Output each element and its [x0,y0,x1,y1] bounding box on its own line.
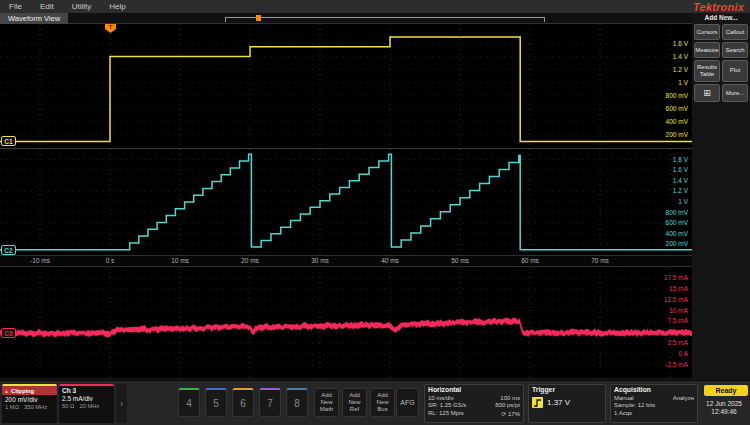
cursors-button[interactable]: Cursors [694,24,720,40]
channel-indicator-c3[interactable]: C3 [1,328,16,338]
settings-bar: ▲ Clipping 200 mV/div 1 MΩ 350 MHz Ch 3 … [0,380,750,425]
horizontal-resolution: 800 ps/pt [495,402,520,408]
y-axis-label-c2: 1.6 V [673,166,689,173]
compress-icon: ⟳ [501,411,506,417]
y-axis-label-c1: 200 mV [666,131,689,138]
acquisition-count: 1 Acqs [614,410,632,416]
y-axis-label-c3: 17.5 mA [664,274,689,281]
ready-status-badge: Ready [704,385,748,396]
y-axis-label-c1: 1.2 V [673,66,689,73]
add-new-buttons: Add New MathAdd New RefAdd New Bus [314,388,395,417]
waveform-view[interactable]: -10 ms0 s10 ms20 ms30 ms40 ms50 ms60 ms7… [0,24,692,378]
channel5-button[interactable]: 5 [205,388,227,417]
channel4-button[interactable]: 4 [178,388,200,417]
channel-indicator-c1[interactable]: C1 [1,136,16,146]
y-axis-label-c3: 7.5 mA [667,317,688,324]
x-tick-label: 60 ms [521,257,539,264]
x-tick-label: 50 ms [451,257,469,264]
horizontal-sample-rate: SR: 1.25 GS/s [428,402,466,408]
y-axis-label-c3: 12.5 mA [664,296,689,303]
datetime: 12 Jun 2025 12:49:46 [700,400,748,417]
slice-c3[interactable]: 17.5 mA15 mA12.5 mA10 mA7.5 mA5 mA2.5 mA… [0,267,692,378]
afg-button[interactable]: AFG [396,388,419,417]
menu-bar: FileEditUtilityHelp Tektronix [0,0,750,13]
y-axis-label-c1: 1.6 V [673,40,689,47]
warning-icon: ▲ [4,388,9,394]
add-new-header: Add New... [694,14,748,21]
waveform-view-tab[interactable]: Waveform View [0,13,68,24]
plot-button[interactable]: Plot [722,60,748,82]
horizontal-title: Horizontal [428,386,520,393]
x-tick-label: 20 ms [241,257,259,264]
y-axis-label-c3: 15 mA [669,285,688,292]
clipping-warning: ▲ Clipping [2,386,57,395]
y-axis-label-c2: 600 mV [666,219,689,226]
x-tick-label: 70 ms [591,257,609,264]
menu-items: FileEditUtilityHelp [0,0,135,13]
menu-edit[interactable]: Edit [31,0,63,13]
trace-c3 [0,318,692,337]
y-axis-label-c1: 1.4 V [673,53,689,60]
horizontal-scale: 10 ms/div [428,395,454,401]
y-axis-label-c3: 0 A [679,350,689,357]
y-axis-label-c2: 400 mV [666,230,689,237]
trigger-badge[interactable]: Trigger 1.37 V [528,384,606,423]
channel-indicator-c2[interactable]: C2 [1,245,16,255]
sidebar-buttons: CursorsCalloutMeasureSearchResults Table… [694,24,748,102]
add-new-ref-button[interactable]: Add New Ref [342,388,367,417]
x-tick-label: -10 ms [30,257,50,264]
keypad-button[interactable]: ⊞ [694,84,720,102]
time-label: 12:49:46 [700,408,748,416]
channel-buttons: 45678 [178,388,308,417]
add-new-math-button[interactable]: Add New Math [314,388,339,417]
channel1-bandwidth: 350 MHz [24,404,47,410]
channel3-bandwidth: 20 MHz [79,403,99,409]
acquisition-title: Acquisition [614,386,694,393]
add-new-bus-button[interactable]: Add New Bus [370,388,395,417]
y-axis-label-c3: 10 mA [669,307,688,314]
trigger-source-icon [532,397,543,408]
y-axis-label-c2: 1 V [678,198,688,205]
channel3-termination: 50 Ω [62,403,74,409]
channel3-badge[interactable]: Ch 3 2.5 mA/div 50 Ω 20 MHz [59,384,114,423]
trigger-level: 1.37 V [547,398,570,407]
tab-strip: Waveform View [0,13,692,24]
callout-button[interactable]: Callout [722,24,748,40]
y-axis-label-c3: -2.5 mA [665,361,688,368]
menu-file[interactable]: File [0,0,31,13]
channel8-button[interactable]: 8 [286,388,308,417]
acquisition-analyze: Analyze [673,395,694,401]
menu-help[interactable]: Help [100,0,134,13]
search-button[interactable]: Search [722,42,748,58]
slice-c2[interactable]: 1.8 V1.6 V1.4 V1.2 V1 V800 mV600 mV400 m… [0,149,692,255]
right-panel: Add New... CursorsCalloutMeasureSearchRe… [694,14,748,102]
y-axis-label-c1: 400 mV [666,118,689,125]
horizontal-badge[interactable]: Horizontal 10 ms/div 100 ms SR: 1.25 GS/… [424,384,524,423]
channel7-button[interactable]: 7 [259,388,281,417]
channel3-name: Ch 3 [59,386,114,394]
x-tick-label: 30 ms [311,257,329,264]
measure-button[interactable]: Measure [694,42,720,58]
more-button[interactable]: More... [722,84,748,102]
x-tick-label: 40 ms [381,257,399,264]
badge-scroll-chevron[interactable]: › [116,384,127,423]
acquisition-sample: Sample: 12 bits [614,402,655,408]
horizontal-record-length: RL: 125 Mpts [428,410,464,417]
y-axis-label-c1: 1 V [678,79,688,86]
y-axis-label-c2: 1.2 V [673,187,689,194]
y-axis-label-c1: 600 mV [666,105,689,112]
menu-utility[interactable]: Utility [63,0,101,13]
channel6-button[interactable]: 6 [232,388,254,417]
record-view-trigger-marker [256,15,261,21]
keypad-icon: ⊞ [703,88,711,98]
slice-c1[interactable]: 1.6 V1.4 V1.2 V1 V800 mV600 mV400 mV200 … [0,24,692,148]
y-axis-label-c1: 800 mV [666,92,689,99]
acquisition-mode: Manual [614,395,634,401]
horizontal-window: 100 ms [500,395,520,401]
channel1-badge[interactable]: ▲ Clipping 200 mV/div 1 MΩ 350 MHz [2,384,57,423]
tektronix-logo: Tektronix [693,1,750,13]
results-table-button[interactable]: Results Table [694,60,720,82]
y-axis-label-c2: 1.8 V [673,156,689,163]
y-axis-label-c2: 200 mV [666,240,689,247]
acquisition-badge[interactable]: Acquisition Manual Analyze Sample: 12 bi… [610,384,698,423]
